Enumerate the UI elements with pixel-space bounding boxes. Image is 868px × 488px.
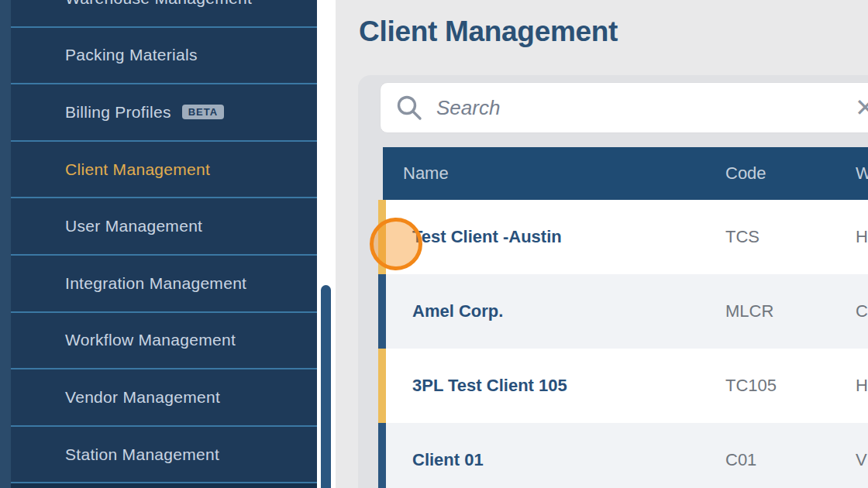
column-header-warehouse[interactable]: W (856, 147, 868, 200)
sidebar-item-warehouse-management[interactable]: Warehouse Management (11, 0, 317, 28)
sidebar-item-label: Station Management (65, 445, 219, 464)
click-indicator (370, 218, 422, 270)
table-header: Name Code W (383, 147, 868, 200)
client-name-link[interactable]: 3PL Test Client 105 (412, 349, 567, 423)
client-code: TCS (725, 200, 760, 274)
sidebar-item-packing-materials[interactable]: Packing Materials (11, 28, 317, 85)
sidebar-item-label: Workflow Management (65, 331, 236, 349)
client-warehouse: H (856, 349, 868, 423)
client-warehouse: C (856, 274, 868, 349)
client-table: Name Code W Test Client -AustinTCSHAmel … (378, 147, 868, 488)
sidebar-item-label: Warehouse Management (65, 0, 252, 8)
sidebar-item-label: Client Management (65, 160, 210, 179)
sidebar-item-client-management[interactable]: Client Management (11, 142, 317, 199)
column-header-code[interactable]: Code (725, 147, 766, 200)
beta-badge: BETA (182, 105, 224, 119)
client-name-link[interactable]: Test Client -Austin (412, 200, 562, 274)
sidebar-item-label: User Management (65, 217, 202, 235)
sidebar-item-integration-management[interactable]: Integration Management (11, 256, 317, 313)
search-input[interactable]: Search ✕ (380, 82, 868, 133)
sidebar-scrollbar[interactable] (317, 0, 336, 488)
sidebar-accent-strip (0, 0, 11, 488)
table-body: Test Client -AustinTCSHAmel Corp.MLCRC3P… (378, 200, 868, 488)
sidebar-menu: Warehouse ManagementPacking MaterialsBil… (11, 0, 317, 488)
sidebar-item-workflow-management[interactable]: Workflow Management (11, 313, 317, 370)
table-row[interactable]: 3PL Test Client 105TC105H (378, 349, 868, 423)
sidebar-item-label: Packing Materials (65, 46, 198, 64)
sidebar-item-label: Billing Profiles (65, 103, 171, 122)
content-card: Search ✕ Name Code W Test Client -Austin… (358, 75, 868, 488)
sidebar-scrollbar-thumb[interactable] (321, 285, 331, 488)
sidebar-item-vendor-management[interactable]: Vendor Management (11, 369, 317, 427)
client-warehouse: H (856, 200, 868, 274)
table-row[interactable]: Client 01C01V (378, 423, 868, 488)
sidebar-item-label: Vendor Management (65, 388, 220, 407)
column-header-name[interactable]: Name (403, 147, 449, 200)
sidebar-next-item-edge (11, 483, 317, 488)
sidebar-item-billing-profiles[interactable]: Billing ProfilesBETA (11, 84, 317, 142)
sidebar-item-label: Integration Management (65, 274, 246, 293)
client-code: TC105 (725, 349, 777, 423)
row-status-bar (378, 423, 386, 488)
page-title: Client Management (359, 15, 618, 48)
client-name-link[interactable]: Amel Corp. (412, 274, 503, 349)
search-icon (396, 95, 422, 121)
sidebar: Warehouse ManagementPacking MaterialsBil… (0, 0, 317, 488)
search-placeholder: Search (436, 83, 500, 132)
client-warehouse: V (856, 423, 867, 488)
row-status-bar (378, 274, 386, 349)
table-row[interactable]: Amel Corp.MLCRC (378, 274, 868, 349)
row-status-bar (378, 349, 386, 423)
client-name-link[interactable]: Client 01 (412, 423, 484, 488)
client-code: C01 (725, 423, 756, 488)
sidebar-item-user-management[interactable]: User Management (11, 198, 317, 256)
clear-search-icon[interactable]: ✕ (855, 83, 868, 132)
table-row[interactable]: Test Client -AustinTCSH (378, 200, 868, 274)
sidebar-item-station-management[interactable]: Station Management (11, 427, 317, 484)
client-code: MLCR (725, 274, 773, 349)
